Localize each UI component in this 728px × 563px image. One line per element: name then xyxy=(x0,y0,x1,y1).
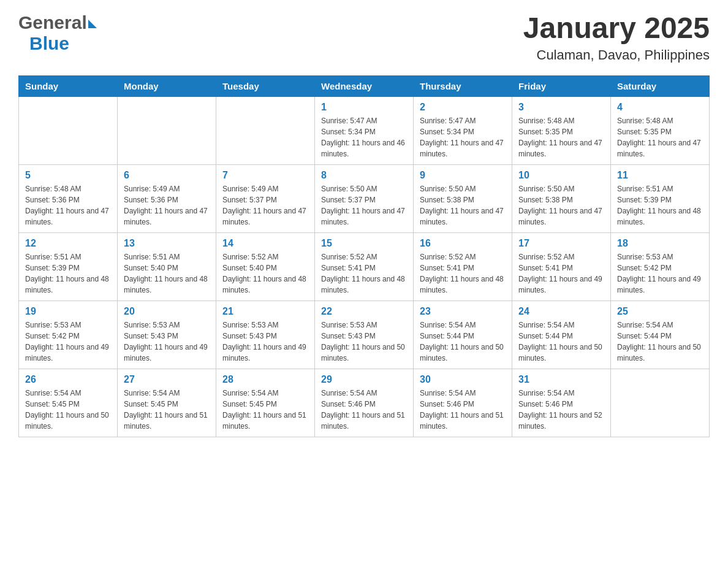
calendar-title: January 2025 xyxy=(523,12,710,45)
day-info: Sunrise: 5:52 AMSunset: 5:40 PMDaylight:… xyxy=(222,251,308,296)
calendar-week-3: 12Sunrise: 5:51 AMSunset: 5:39 PMDayligh… xyxy=(19,232,710,301)
header-friday: Friday xyxy=(512,75,611,96)
day-info: Sunrise: 5:54 AMSunset: 5:46 PMDaylight:… xyxy=(420,388,506,432)
calendar-cell: 9Sunrise: 5:50 AMSunset: 5:38 PMDaylight… xyxy=(414,164,512,232)
day-info: Sunrise: 5:51 AMSunset: 5:39 PMDaylight:… xyxy=(25,251,111,296)
calendar-cell: 23Sunrise: 5:54 AMSunset: 5:44 PMDayligh… xyxy=(414,301,512,369)
day-number: 28 xyxy=(222,374,308,385)
calendar-cell: 25Sunrise: 5:54 AMSunset: 5:44 PMDayligh… xyxy=(611,301,710,369)
day-number: 7 xyxy=(222,170,308,181)
calendar-cell: 21Sunrise: 5:53 AMSunset: 5:43 PMDayligh… xyxy=(216,301,315,369)
calendar-week-2: 5Sunrise: 5:48 AMSunset: 5:36 PMDaylight… xyxy=(19,164,710,232)
day-info: Sunrise: 5:54 AMSunset: 5:45 PMDaylight:… xyxy=(124,388,210,432)
logo-general: General xyxy=(18,12,87,33)
day-info: Sunrise: 5:52 AMSunset: 5:41 PMDaylight:… xyxy=(420,251,506,296)
calendar-cell: 11Sunrise: 5:51 AMSunset: 5:39 PMDayligh… xyxy=(611,164,710,232)
day-info: Sunrise: 5:53 AMSunset: 5:42 PMDaylight:… xyxy=(25,320,111,364)
calendar-week-1: 1Sunrise: 5:47 AMSunset: 5:34 PMDaylight… xyxy=(19,96,710,164)
day-number: 29 xyxy=(321,374,407,385)
calendar-subtitle: Culaman, Davao, Philippines xyxy=(523,47,710,63)
day-info: Sunrise: 5:54 AMSunset: 5:44 PMDaylight:… xyxy=(617,320,703,364)
calendar-cell: 3Sunrise: 5:48 AMSunset: 5:35 PMDaylight… xyxy=(512,96,611,164)
day-number: 10 xyxy=(518,170,604,181)
calendar-cell: 15Sunrise: 5:52 AMSunset: 5:41 PMDayligh… xyxy=(315,232,414,301)
day-info: Sunrise: 5:51 AMSunset: 5:39 PMDaylight:… xyxy=(617,183,703,228)
calendar-cell: 24Sunrise: 5:54 AMSunset: 5:44 PMDayligh… xyxy=(512,301,611,369)
day-number: 5 xyxy=(25,170,111,181)
day-info: Sunrise: 5:49 AMSunset: 5:36 PMDaylight:… xyxy=(124,183,210,228)
day-info: Sunrise: 5:51 AMSunset: 5:40 PMDaylight:… xyxy=(124,251,210,296)
calendar-cell: 5Sunrise: 5:48 AMSunset: 5:36 PMDaylight… xyxy=(19,164,118,232)
page-header: General Blue January 2025 Culaman, Davao… xyxy=(18,12,710,63)
header-saturday: Saturday xyxy=(611,75,710,96)
calendar-cell: 30Sunrise: 5:54 AMSunset: 5:46 PMDayligh… xyxy=(414,369,512,437)
title-section: January 2025 Culaman, Davao, Philippines xyxy=(523,12,710,63)
calendar-cell: 27Sunrise: 5:54 AMSunset: 5:45 PMDayligh… xyxy=(118,369,216,437)
calendar-cell: 7Sunrise: 5:49 AMSunset: 5:37 PMDaylight… xyxy=(216,164,315,232)
day-number: 11 xyxy=(617,170,703,181)
day-info: Sunrise: 5:54 AMSunset: 5:45 PMDaylight:… xyxy=(222,388,308,432)
day-info: Sunrise: 5:53 AMSunset: 5:43 PMDaylight:… xyxy=(124,320,210,364)
day-number: 31 xyxy=(518,374,604,385)
calendar-cell: 1Sunrise: 5:47 AMSunset: 5:34 PMDaylight… xyxy=(315,96,414,164)
calendar-cell: 8Sunrise: 5:50 AMSunset: 5:37 PMDaylight… xyxy=(315,164,414,232)
day-number: 16 xyxy=(420,238,506,249)
header-wednesday: Wednesday xyxy=(315,75,414,96)
calendar-cell: 12Sunrise: 5:51 AMSunset: 5:39 PMDayligh… xyxy=(19,232,118,301)
day-info: Sunrise: 5:53 AMSunset: 5:43 PMDaylight:… xyxy=(321,320,407,364)
day-number: 22 xyxy=(321,306,407,317)
day-number: 26 xyxy=(25,374,111,385)
day-number: 25 xyxy=(617,306,703,317)
header-sunday: Sunday xyxy=(19,75,118,96)
day-number: 30 xyxy=(420,374,506,385)
day-number: 21 xyxy=(222,306,308,317)
day-number: 20 xyxy=(124,306,210,317)
day-info: Sunrise: 5:54 AMSunset: 5:44 PMDaylight:… xyxy=(518,320,604,364)
calendar-cell: 19Sunrise: 5:53 AMSunset: 5:42 PMDayligh… xyxy=(19,301,118,369)
calendar-cell: 6Sunrise: 5:49 AMSunset: 5:36 PMDaylight… xyxy=(118,164,216,232)
header-tuesday: Tuesday xyxy=(216,75,315,96)
header-thursday: Thursday xyxy=(414,75,512,96)
calendar-cell xyxy=(611,369,710,437)
day-info: Sunrise: 5:54 AMSunset: 5:46 PMDaylight:… xyxy=(321,388,407,432)
calendar-cell: 4Sunrise: 5:48 AMSunset: 5:35 PMDaylight… xyxy=(611,96,710,164)
day-info: Sunrise: 5:47 AMSunset: 5:34 PMDaylight:… xyxy=(420,115,506,159)
day-number: 17 xyxy=(518,238,604,249)
day-number: 9 xyxy=(420,170,506,181)
logo-triangle-icon xyxy=(88,20,97,28)
day-number: 4 xyxy=(617,102,703,113)
day-number: 1 xyxy=(321,102,407,113)
calendar-cell: 13Sunrise: 5:51 AMSunset: 5:40 PMDayligh… xyxy=(118,232,216,301)
day-info: Sunrise: 5:47 AMSunset: 5:34 PMDaylight:… xyxy=(321,115,407,159)
day-number: 2 xyxy=(420,102,506,113)
day-info: Sunrise: 5:52 AMSunset: 5:41 PMDaylight:… xyxy=(518,251,604,296)
day-number: 8 xyxy=(321,170,407,181)
day-number: 23 xyxy=(420,306,506,317)
day-info: Sunrise: 5:49 AMSunset: 5:37 PMDaylight:… xyxy=(222,183,308,228)
calendar-cell: 2Sunrise: 5:47 AMSunset: 5:34 PMDaylight… xyxy=(414,96,512,164)
day-info: Sunrise: 5:54 AMSunset: 5:45 PMDaylight:… xyxy=(25,388,111,432)
calendar-cell: 28Sunrise: 5:54 AMSunset: 5:45 PMDayligh… xyxy=(216,369,315,437)
calendar-table: SundayMondayTuesdayWednesdayThursdayFrid… xyxy=(18,75,710,437)
calendar-cell xyxy=(216,96,315,164)
day-info: Sunrise: 5:52 AMSunset: 5:41 PMDaylight:… xyxy=(321,251,407,296)
day-number: 12 xyxy=(25,238,111,249)
day-info: Sunrise: 5:54 AMSunset: 5:44 PMDaylight:… xyxy=(420,320,506,364)
calendar-cell xyxy=(118,96,216,164)
day-number: 15 xyxy=(321,238,407,249)
calendar-cell: 31Sunrise: 5:54 AMSunset: 5:46 PMDayligh… xyxy=(512,369,611,437)
calendar-cell: 20Sunrise: 5:53 AMSunset: 5:43 PMDayligh… xyxy=(118,301,216,369)
header-monday: Monday xyxy=(118,75,216,96)
day-info: Sunrise: 5:48 AMSunset: 5:36 PMDaylight:… xyxy=(25,183,111,228)
calendar-week-5: 26Sunrise: 5:54 AMSunset: 5:45 PMDayligh… xyxy=(19,369,710,437)
calendar-cell: 10Sunrise: 5:50 AMSunset: 5:38 PMDayligh… xyxy=(512,164,611,232)
calendar-cell: 17Sunrise: 5:52 AMSunset: 5:41 PMDayligh… xyxy=(512,232,611,301)
day-info: Sunrise: 5:53 AMSunset: 5:42 PMDaylight:… xyxy=(617,251,703,296)
calendar-header-row: SundayMondayTuesdayWednesdayThursdayFrid… xyxy=(19,75,710,96)
calendar-cell: 26Sunrise: 5:54 AMSunset: 5:45 PMDayligh… xyxy=(19,369,118,437)
day-info: Sunrise: 5:54 AMSunset: 5:46 PMDaylight:… xyxy=(518,388,604,432)
day-number: 27 xyxy=(124,374,210,385)
calendar-cell: 16Sunrise: 5:52 AMSunset: 5:41 PMDayligh… xyxy=(414,232,512,301)
day-number: 19 xyxy=(25,306,111,317)
day-info: Sunrise: 5:50 AMSunset: 5:38 PMDaylight:… xyxy=(518,183,604,228)
